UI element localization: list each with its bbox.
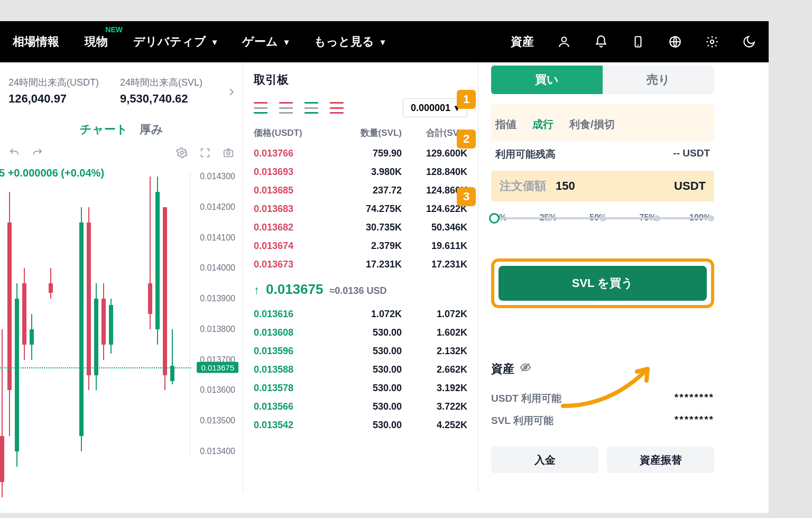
ob-price: 0.013608 bbox=[254, 327, 333, 338]
nav-spot[interactable]: 現物 NEW bbox=[85, 34, 108, 50]
price-chart[interactable]: 5 +0.000006 (+0.04%) 0.0143000.0142000.0… bbox=[0, 171, 243, 457]
ob-mode-both-icon[interactable] bbox=[254, 102, 267, 114]
nav-game[interactable]: ゲーム bbox=[242, 34, 289, 50]
ob-mode-buy-icon[interactable] bbox=[304, 102, 318, 114]
nav-left-group: 相場情報 現物 NEW デリバティブ ゲーム もっと見る bbox=[13, 34, 385, 50]
orderbook-row[interactable]: 0.01368230.735K50.346K bbox=[254, 218, 467, 237]
buy-button-highlight: SVL を買う bbox=[491, 258, 714, 308]
ob-qty: 530.00 bbox=[333, 401, 402, 412]
ob-qty: 530.00 bbox=[333, 346, 402, 357]
asset-usdt-label: USDT 利用可能 bbox=[491, 392, 561, 405]
orderbook-row[interactable]: 0.013608530.001.602K bbox=[254, 323, 467, 342]
asset-action-buttons: 入金 資産振替 bbox=[491, 447, 714, 473]
tab-depth[interactable]: 厚み bbox=[140, 122, 163, 137]
ob-mode-sell-icon[interactable] bbox=[279, 102, 293, 114]
tab-buy[interactable]: 買い bbox=[491, 66, 603, 94]
ob-total: 128.840K bbox=[402, 166, 467, 178]
nav-derivatives[interactable]: デリバティブ bbox=[133, 34, 217, 50]
svg-point-7 bbox=[227, 152, 230, 155]
orderbook-row[interactable]: 0.013766759.90129.600K bbox=[254, 144, 467, 163]
globe-icon[interactable] bbox=[668, 35, 682, 49]
nav-assets[interactable]: 資産 bbox=[511, 34, 534, 50]
settings-icon[interactable] bbox=[176, 147, 188, 161]
chevron-right-icon[interactable]: › bbox=[229, 82, 234, 100]
orderbook-row[interactable]: 0.013578530.003.192K bbox=[254, 379, 467, 397]
ob-qty: 2.379K bbox=[333, 240, 402, 252]
volume-stats: 24時間出来高(USDT) 126,040.97 24時間出来高(SVL) 9,… bbox=[0, 76, 243, 106]
order-amount-input[interactable]: 注文価額 150 USDT bbox=[491, 171, 714, 201]
ob-total: 2.132K bbox=[402, 346, 467, 357]
order-type-market[interactable]: 成行 bbox=[532, 117, 553, 132]
user-icon[interactable] bbox=[557, 35, 571, 49]
camera-icon[interactable] bbox=[223, 147, 234, 161]
redo-icon[interactable] bbox=[32, 147, 43, 161]
bell-icon[interactable] bbox=[594, 35, 608, 49]
tab-chart[interactable]: チャート bbox=[80, 122, 128, 137]
ob-price: 0.013685 bbox=[254, 185, 333, 196]
ob-total: 50.346K bbox=[402, 222, 467, 233]
y-tick: 0.013500 bbox=[200, 416, 235, 426]
ob-qty: 759.90 bbox=[333, 148, 402, 159]
ob-price: 0.013542 bbox=[254, 420, 333, 431]
slider-handle[interactable] bbox=[489, 213, 500, 224]
eye-off-icon[interactable] bbox=[520, 362, 531, 376]
ob-price: 0.013682 bbox=[254, 222, 333, 233]
buy-button-label: SVL を買う bbox=[572, 276, 634, 290]
order-type-stop[interactable]: 利食/損切 bbox=[569, 117, 615, 132]
orderbook-row[interactable]: 0.0136742.379K19.611K bbox=[254, 237, 467, 255]
ob-total: 3.192K bbox=[402, 383, 467, 394]
y-marker-tag: 0.013675 bbox=[197, 362, 238, 373]
order-type-limit[interactable]: 指値 bbox=[495, 117, 516, 132]
orderbook-header: 価格(USDT) 数量(SVL) 合計(SVL) bbox=[254, 127, 467, 144]
orderbook-row[interactable]: 0.013588530.002.662K bbox=[254, 360, 467, 379]
orderbook-mid: ↑ 0.013675 ≈0.0136 USD bbox=[254, 274, 467, 305]
orderbook-mid-price: 0.013675 bbox=[266, 281, 323, 298]
available-balance-value: -- USDT bbox=[673, 147, 710, 161]
buy-button[interactable]: SVL を買う bbox=[499, 266, 707, 301]
ob-head-qty: 数量(SVL) bbox=[333, 127, 402, 139]
ob-total: 3.722K bbox=[402, 401, 467, 412]
ob-price: 0.013566 bbox=[254, 401, 333, 412]
orderbook-row[interactable]: 0.01367317.231K17.231K bbox=[254, 255, 467, 274]
orderbook-asks: 0.013766759.90129.600K0.0136933.980K128.… bbox=[254, 144, 467, 274]
stat-vol-usdt-label: 24時間出来高(USDT) bbox=[8, 76, 99, 89]
amount-slider[interactable]: 0%25%50%75%100% bbox=[494, 213, 711, 234]
svg-point-0 bbox=[562, 37, 567, 42]
tab-buy-label: 買い bbox=[535, 72, 559, 88]
ob-qty: 74.275K bbox=[333, 204, 402, 215]
orderbook-row[interactable]: 0.013685237.72124.860K bbox=[254, 181, 467, 200]
ob-mode-list-icon[interactable] bbox=[330, 102, 344, 114]
nav-more[interactable]: もっと見る bbox=[314, 34, 385, 50]
fullscreen-icon[interactable] bbox=[199, 147, 211, 161]
undo-icon[interactable] bbox=[8, 147, 20, 161]
chart-tabs: チャート 厚み bbox=[0, 106, 243, 147]
nav-spot-label: 現物 bbox=[85, 34, 108, 50]
assets-title-row: 資産 bbox=[491, 361, 714, 377]
order-amount-label: 注文価額 bbox=[500, 178, 546, 194]
transfer-button[interactable]: 資産振替 bbox=[607, 447, 714, 473]
ob-price: 0.013673 bbox=[254, 259, 333, 270]
order-type-tabs: 指値 成行 利食/損切 bbox=[491, 104, 714, 141]
stat-vol-usdt-value: 126,040.97 bbox=[8, 92, 99, 106]
trade-panel: 買い 売り 指値 成行 利食/損切 利用可能残高 -- USDT 注文価額 15… bbox=[478, 62, 722, 492]
orderbook-row[interactable]: 0.013542530.004.252K bbox=[254, 416, 467, 434]
gear-icon[interactable] bbox=[705, 35, 719, 49]
ob-qty: 3.980K bbox=[333, 166, 402, 178]
asset-usdt-value: ******** bbox=[675, 392, 714, 405]
orderbook-row[interactable]: 0.013566530.003.722K bbox=[254, 397, 467, 416]
y-tick: 0.013600 bbox=[200, 385, 235, 395]
ob-total: 1.602K bbox=[402, 327, 467, 338]
asset-usdt-row: USDT 利用可能 ******** bbox=[491, 387, 714, 410]
orderbook-row[interactable]: 0.01368374.275K124.622K bbox=[254, 200, 467, 218]
orderbook-row[interactable]: 0.013596530.002.132K bbox=[254, 342, 467, 360]
orderbook-row[interactable]: 0.0136161.072K1.072K bbox=[254, 305, 467, 323]
tab-sell[interactable]: 売り bbox=[603, 66, 714, 94]
svg-point-5 bbox=[180, 151, 183, 154]
moon-icon[interactable] bbox=[742, 35, 756, 49]
deposit-button[interactable]: 入金 bbox=[491, 447, 598, 473]
nav-market[interactable]: 相場情報 bbox=[13, 34, 59, 50]
y-tick: 0.014000 bbox=[200, 263, 235, 273]
mobile-icon[interactable] bbox=[631, 35, 645, 49]
chart-panel: 24時間出来高(USDT) 126,040.97 24時間出来高(SVL) 9,… bbox=[0, 62, 243, 492]
orderbook-row[interactable]: 0.0136933.980K128.840K bbox=[254, 163, 467, 181]
